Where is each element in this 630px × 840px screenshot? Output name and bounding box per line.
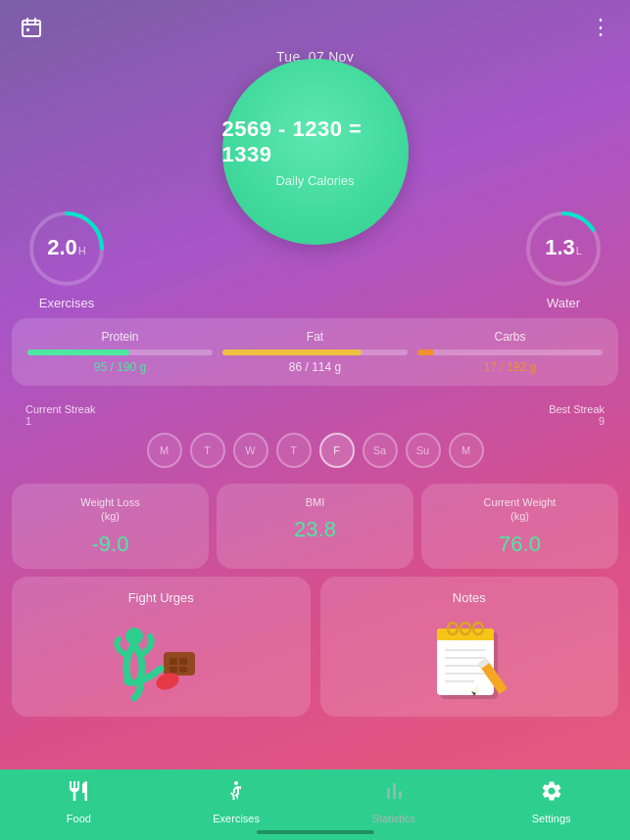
exercises-label: Exercises bbox=[39, 296, 94, 310]
streak-day-fri: F bbox=[319, 433, 355, 468]
settings-label: Settings bbox=[532, 813, 571, 824]
stats-cards: Weight Loss(kg) -9.0 BMI 23.8 Current We… bbox=[12, 484, 618, 569]
svg-rect-9 bbox=[170, 667, 177, 673]
streak-day-mon2: M bbox=[449, 433, 484, 468]
streak-day-thu: T bbox=[276, 433, 312, 468]
streak-day-sun: Su bbox=[406, 433, 441, 468]
bmi-value: 23.8 bbox=[224, 517, 406, 542]
fat-macro: Fat 86 / 114 g bbox=[222, 330, 408, 374]
notes-icon bbox=[425, 615, 513, 703]
nav-statistics[interactable]: Statistics bbox=[315, 779, 473, 824]
notes-card[interactable]: Notes bbox=[320, 577, 619, 717]
carbs-value: 17 / 192 g bbox=[484, 360, 536, 374]
svg-rect-0 bbox=[23, 21, 40, 36]
fat-bar-fill bbox=[222, 350, 362, 355]
macros-section: Protein 95 / 190 g Fat 86 / 114 g Carbs … bbox=[12, 318, 618, 386]
protein-title: Protein bbox=[101, 330, 138, 344]
weight-loss-title: Weight Loss(kg) bbox=[20, 495, 201, 524]
best-streak-value: 9 bbox=[599, 415, 605, 427]
exercises-arc: 2.0 H bbox=[24, 206, 110, 292]
protein-bar-fill bbox=[27, 350, 129, 355]
top-bar: ⋮ bbox=[0, 0, 630, 49]
carbs-macro: Carbs 17 / 192 g bbox=[417, 330, 603, 374]
more-icon[interactable]: ⋮ bbox=[590, 15, 612, 40]
best-streak-label: Best Streak bbox=[549, 403, 605, 415]
calendar-icon[interactable] bbox=[18, 14, 45, 41]
current-streak-value: 1 bbox=[25, 415, 31, 427]
nav-settings[interactable]: Settings bbox=[472, 779, 630, 824]
statistics-label: Statistics bbox=[372, 813, 415, 824]
protein-value: 95 / 190 g bbox=[94, 360, 146, 374]
fight-urges-title: Fight Urges bbox=[128, 590, 194, 605]
nav-exercises[interactable]: Exercises bbox=[158, 779, 315, 824]
fight-urges-card[interactable]: Fight Urges bbox=[12, 577, 311, 717]
exercises-nav-label: Exercises bbox=[213, 813, 260, 824]
protein-bar-track bbox=[27, 350, 213, 355]
current-weight-title: Current Weight(kg) bbox=[429, 495, 610, 524]
streak-section: Current Streak 1 Best Streak 9 M T W T F… bbox=[12, 394, 618, 478]
calorie-formula: 2569 - 1230 = 1339 bbox=[222, 117, 409, 167]
current-weight-value: 76.0 bbox=[429, 532, 610, 557]
statistics-icon bbox=[382, 779, 406, 809]
water-label: Water bbox=[547, 296, 580, 310]
carbs-bar-fill bbox=[417, 350, 434, 355]
svg-rect-7 bbox=[170, 658, 177, 665]
weight-loss-card: Weight Loss(kg) -9.0 bbox=[12, 484, 209, 569]
home-indicator bbox=[257, 830, 374, 834]
streak-days: M T W T F Sa Su M bbox=[25, 433, 605, 468]
calorie-circle: 2569 - 1230 = 1339 Daily Calories bbox=[222, 59, 409, 245]
food-label: Food bbox=[67, 813, 91, 824]
feature-cards: Fight Urges bbox=[12, 577, 618, 717]
water-gauge: 1.3 L Water bbox=[514, 206, 612, 310]
exercises-gauge: 2.0 H Exercises bbox=[18, 206, 116, 310]
water-value: 1.3 L bbox=[545, 235, 582, 262]
fight-urges-icon bbox=[107, 615, 215, 703]
carbs-bar-track bbox=[417, 350, 603, 355]
exercises-nav-icon bbox=[224, 779, 248, 809]
macros-row: Protein 95 / 190 g Fat 86 / 114 g Carbs … bbox=[27, 330, 603, 374]
svg-rect-10 bbox=[179, 667, 187, 673]
bmi-card: BMI 23.8 bbox=[217, 484, 413, 569]
streak-day-wed: W bbox=[233, 433, 268, 468]
settings-icon bbox=[540, 779, 563, 809]
streak-day-sat: Sa bbox=[363, 433, 398, 468]
food-icon bbox=[67, 779, 90, 809]
exercises-value: 2.0 H bbox=[47, 235, 86, 262]
current-streak-label: Current Streak bbox=[25, 403, 96, 415]
fat-value: 86 / 114 g bbox=[289, 360, 341, 374]
current-weight-card: Current Weight(kg) 76.0 bbox=[421, 484, 618, 569]
protein-macro: Protein 95 / 190 g bbox=[27, 330, 213, 374]
weight-loss-value: -9.0 bbox=[20, 532, 201, 557]
nav-food[interactable]: Food bbox=[0, 779, 158, 824]
svg-point-29 bbox=[234, 781, 238, 785]
notes-title: Notes bbox=[453, 590, 486, 605]
fat-bar-track bbox=[222, 350, 408, 355]
svg-rect-1 bbox=[26, 28, 29, 31]
streak-day-mon: M bbox=[147, 433, 182, 468]
svg-rect-8 bbox=[179, 658, 187, 665]
streak-day-tue: T bbox=[190, 433, 225, 468]
calorie-label: Daily Calories bbox=[275, 173, 354, 188]
fat-title: Fat bbox=[307, 330, 323, 344]
streak-header: Current Streak 1 Best Streak 9 bbox=[25, 403, 605, 427]
water-arc: 1.3 L bbox=[520, 206, 606, 292]
carbs-title: Carbs bbox=[494, 330, 525, 344]
bmi-title: BMI bbox=[224, 495, 406, 509]
